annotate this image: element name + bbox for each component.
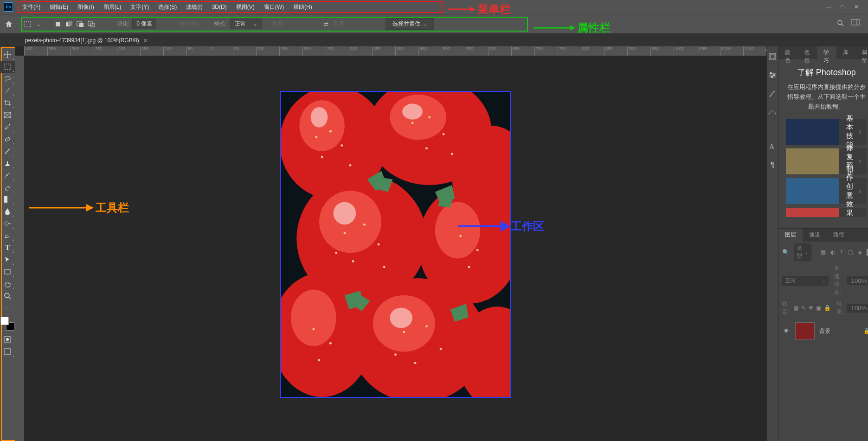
svg-rect-12 bbox=[4, 64, 11, 70]
eraser-tool[interactable] bbox=[0, 181, 15, 193]
tab-layers[interactable]: 图层 bbox=[778, 229, 803, 242]
svg-point-56 bbox=[363, 224, 366, 226]
search-icon[interactable]: 🔍 bbox=[782, 249, 789, 256]
character-panel-icon[interactable]: A| bbox=[767, 141, 778, 152]
learn-item-retouch[interactable]: 修复照片 › bbox=[786, 148, 867, 174]
adjustments-panel-icon[interactable] bbox=[767, 107, 778, 118]
marquee-tool-indicator-icon[interactable] bbox=[23, 20, 32, 28]
opacity-input[interactable] bbox=[847, 276, 868, 285]
menu-image[interactable]: 图像(I) bbox=[74, 1, 97, 13]
brush-settings-panel-icon[interactable] bbox=[767, 88, 778, 99]
tab-paths[interactable]: 路径 bbox=[827, 229, 851, 242]
frame-tool[interactable] bbox=[0, 109, 15, 121]
lasso-tool[interactable] bbox=[0, 73, 15, 85]
home-icon[interactable] bbox=[4, 20, 14, 28]
tab-color[interactable]: 颜色 bbox=[778, 46, 798, 59]
dodge-tool[interactable] bbox=[0, 217, 15, 230]
filter-adjust-icon[interactable]: ◐ bbox=[830, 249, 835, 256]
layer-thumbnail[interactable] bbox=[795, 322, 815, 340]
healing-brush-tool[interactable] bbox=[0, 133, 15, 145]
brush-tool[interactable] bbox=[0, 145, 15, 157]
fill-input[interactable] bbox=[847, 304, 868, 313]
crop-tool[interactable] bbox=[0, 97, 15, 109]
select-and-mask-button[interactable]: 选择并遮住 ... bbox=[386, 18, 433, 30]
learn-item-basics[interactable]: 基本技能 › bbox=[786, 119, 867, 145]
close-tab-icon[interactable]: × bbox=[144, 37, 148, 44]
lock-pixels-icon[interactable]: ▦ bbox=[793, 305, 798, 311]
search-icon[interactable] bbox=[836, 19, 845, 29]
svg-rect-73 bbox=[771, 55, 774, 58]
zoom-tool[interactable] bbox=[0, 290, 15, 302]
foreground-color-swatch[interactable] bbox=[0, 317, 9, 325]
edit-toolbar-icon[interactable]: ⋯ bbox=[0, 302, 15, 314]
window-minimize-icon[interactable]: — bbox=[824, 4, 833, 10]
menu-3d[interactable]: 3D(D) bbox=[208, 2, 231, 12]
svg-point-39 bbox=[291, 289, 336, 346]
filter-smart-icon[interactable]: ◈ bbox=[858, 249, 862, 256]
workspace-switcher-icon[interactable] bbox=[851, 19, 860, 29]
lock-position-icon[interactable]: ✥ bbox=[809, 305, 813, 311]
menu-help[interactable]: 帮助(H) bbox=[289, 1, 316, 13]
tab-learn[interactable]: 学习 bbox=[817, 46, 836, 59]
tab-swatches[interactable]: 色板 bbox=[798, 46, 817, 59]
pen-tool[interactable] bbox=[0, 230, 15, 242]
lock-brush-icon[interactable]: ✎ bbox=[801, 305, 806, 311]
document-canvas[interactable] bbox=[280, 91, 511, 398]
tab-adjustments[interactable]: 调整 bbox=[855, 46, 868, 59]
history-panel-icon[interactable] bbox=[767, 51, 778, 62]
window-close-icon[interactable]: ✕ bbox=[852, 4, 861, 10]
paragraph-panel-icon[interactable]: ¶ bbox=[767, 160, 778, 171]
document-tab[interactable]: pexels-photo-4739934[1].jpg @ 100%(RGB/8… bbox=[20, 34, 152, 46]
svg-point-61 bbox=[459, 235, 462, 237]
move-tool[interactable] bbox=[0, 49, 15, 61]
color-swatches[interactable] bbox=[0, 317, 14, 331]
marquee-tool[interactable] bbox=[0, 61, 15, 73]
learn-item-creative[interactable]: 制作创意效果 › bbox=[786, 178, 867, 204]
rectangle-tool[interactable] bbox=[0, 266, 15, 278]
svg-point-41 bbox=[310, 107, 328, 128]
dock-collapse-icon[interactable]: « bbox=[765, 47, 768, 52]
selection-add-icon[interactable] bbox=[65, 20, 73, 28]
window-restore-icon[interactable]: ◻ bbox=[838, 4, 847, 10]
menu-file[interactable]: 文件(F) bbox=[19, 1, 44, 13]
selection-subtract-icon[interactable] bbox=[76, 20, 84, 28]
layer-filter-kind[interactable]: 类型 ⌄ bbox=[794, 243, 811, 261]
style-select[interactable]: 正常⌄ bbox=[230, 19, 262, 29]
clone-stamp-tool[interactable] bbox=[0, 157, 15, 169]
magic-wand-tool[interactable] bbox=[0, 85, 15, 97]
dropdown-chevron-icon[interactable]: ⌄ bbox=[34, 20, 43, 28]
menu-edit[interactable]: 编辑(E) bbox=[46, 1, 72, 13]
lock-artboard-icon[interactable]: ▣ bbox=[816, 305, 821, 311]
layer-row-background[interactable]: 👁 背景 🔒 bbox=[778, 320, 868, 343]
menu-filter[interactable]: 滤镜(I) bbox=[182, 1, 206, 13]
lock-all-icon[interactable]: 🔒 bbox=[824, 305, 831, 311]
blend-mode-select[interactable]: 正常⌄ bbox=[782, 276, 829, 286]
blur-tool[interactable] bbox=[0, 205, 15, 217]
menu-layer[interactable]: 图层(L) bbox=[100, 1, 125, 13]
selection-intersect-icon[interactable] bbox=[87, 20, 96, 28]
quick-mask-icon[interactable] bbox=[0, 333, 15, 345]
hand-tool[interactable] bbox=[0, 278, 15, 290]
menu-select[interactable]: 选择(S) bbox=[154, 1, 180, 13]
properties-panel-icon[interactable] bbox=[767, 70, 778, 81]
gradient-tool[interactable] bbox=[0, 193, 15, 205]
feather-input[interactable]: 0 像素 bbox=[132, 19, 156, 29]
menu-type[interactable]: 文字(Y) bbox=[127, 1, 153, 13]
tab-channels[interactable]: 通道 bbox=[803, 229, 827, 242]
layer-name[interactable]: 背景 bbox=[819, 327, 830, 335]
filter-pixel-icon[interactable]: ▦ bbox=[821, 249, 826, 256]
selection-new-icon[interactable] bbox=[54, 20, 62, 28]
visibility-eye-icon[interactable]: 👁 bbox=[782, 328, 791, 334]
screen-mode-icon[interactable] bbox=[0, 345, 15, 358]
history-brush-tool[interactable] bbox=[0, 169, 15, 181]
filter-type-icon[interactable]: T bbox=[840, 249, 843, 256]
eyedropper-tool[interactable] bbox=[0, 121, 15, 133]
style-label: 样式: bbox=[214, 20, 226, 28]
path-selection-tool[interactable] bbox=[0, 254, 15, 266]
menu-view[interactable]: 视图(V) bbox=[232, 1, 258, 13]
type-tool[interactable]: T bbox=[0, 242, 15, 254]
tab-libraries[interactable]: 库 bbox=[836, 46, 855, 59]
filter-shape-icon[interactable]: ▢ bbox=[848, 249, 853, 256]
menu-window[interactable]: 窗口(W) bbox=[260, 1, 288, 13]
learn-item-more[interactable] bbox=[786, 208, 867, 217]
